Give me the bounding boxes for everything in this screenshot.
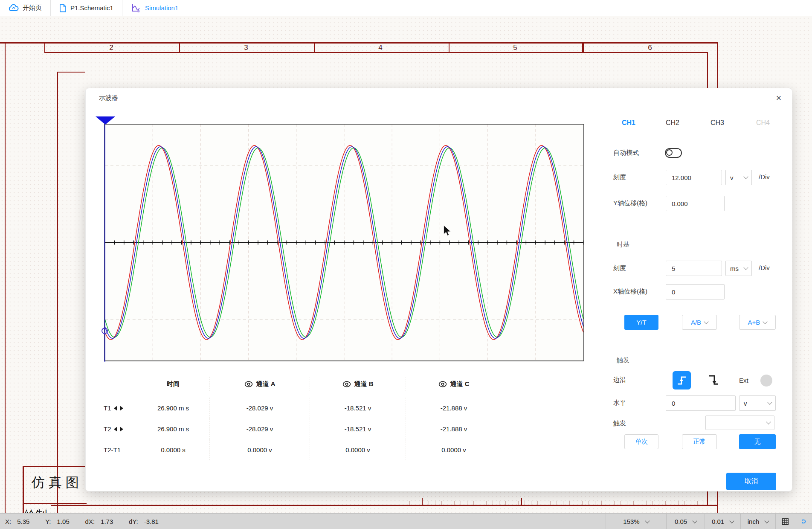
trigger-marker-icon[interactable] [96, 116, 115, 125]
dx-value: 1.73 [101, 518, 123, 525]
document-tabbar: 开始页 P1.Schematic1 S Simulation1 [0, 0, 812, 16]
sheet-column-tick [44, 42, 45, 53]
chevron-down-icon [765, 518, 769, 523]
falling-edge-button[interactable] [707, 373, 722, 388]
apb-mode-button[interactable]: A+B [739, 315, 776, 330]
unit-select[interactable]: inch [740, 514, 775, 529]
sheet-column-number: 3 [244, 44, 248, 52]
title-block-text: 仿真图 [32, 474, 83, 491]
eye-icon[interactable] [244, 381, 253, 387]
chevron-down-icon [766, 419, 771, 424]
no-trigger-button[interactable]: 无 [739, 434, 776, 449]
falling-edge-icon [707, 373, 722, 387]
sheet-bottom-tick [422, 498, 423, 505]
channel-c-label: 通道 C [450, 380, 470, 388]
chevron-down-icon [692, 518, 697, 523]
channel-a-label: 通道 A [256, 380, 276, 388]
t2-channel-c: -21.888 v [406, 419, 502, 439]
scale-label: 刻度 [613, 173, 626, 181]
tab-simulation-label: Simulation1 [145, 4, 178, 12]
sheet-column-number: 2 [109, 44, 113, 52]
title-block-border [23, 466, 24, 513]
delta-time: 0.0000 s [137, 439, 209, 460]
zoom-select[interactable]: 153% [606, 514, 666, 529]
sheet-border-bottom [51, 505, 718, 506]
tab-ch1[interactable]: CH1 [622, 119, 635, 127]
yt-mode-button[interactable]: Y/T [624, 315, 658, 330]
auto-mode-toggle[interactable] [665, 148, 682, 158]
svg-text:S: S [137, 9, 139, 13]
table-row-label: T1 [103, 398, 137, 419]
eye-icon[interactable] [342, 381, 351, 387]
chevron-down-icon [704, 319, 708, 324]
y-value: 1.05 [57, 518, 79, 525]
sheet-column-tick [314, 42, 315, 53]
ext-label: Ext [739, 377, 748, 384]
t2-channel-a: -28.029 v [209, 419, 310, 439]
cursor-left-icon[interactable] [114, 406, 117, 411]
channel-c-header: 通道 C [406, 377, 502, 391]
sheet-column-number: 4 [378, 44, 382, 52]
trigger-position-line[interactable] [104, 125, 105, 362]
waveform-plot-area[interactable] [104, 124, 584, 361]
cancel-button[interactable]: 取消 [726, 473, 776, 490]
tab-ch2[interactable]: CH2 [666, 119, 679, 127]
ext-trigger-radio[interactable] [760, 375, 772, 387]
grid-toggle-button[interactable] [775, 514, 795, 529]
cursor-left-icon[interactable] [114, 427, 117, 432]
tab-simulation[interactable]: S Simulation1 [122, 0, 187, 16]
scale-input[interactable]: 12.000 [666, 170, 722, 185]
normal-trigger-button[interactable]: 正常 [682, 434, 717, 449]
sheet-border-top-outer [0, 42, 718, 44]
chevron-down-icon [743, 265, 748, 270]
app-window: 开始页 P1.Schematic1 S Simulation1 2 3 4 5 … [0, 0, 812, 529]
chevron-down-icon [743, 174, 748, 179]
tab-schematic[interactable]: P1.Schematic1 [51, 0, 122, 16]
timebase-scale-input[interactable]: 5 [666, 261, 722, 276]
tab-home[interactable]: 开始页 [0, 0, 51, 16]
x-offset-input[interactable]: 0 [666, 284, 725, 299]
single-trigger-button[interactable]: 单次 [624, 434, 658, 449]
tab-ch4[interactable]: CH4 [756, 119, 770, 127]
timebase-unit-select[interactable]: ms [725, 261, 752, 276]
sheet-border-top-inner [44, 52, 708, 53]
file-icon [59, 4, 67, 12]
chevron-down-icon [763, 319, 768, 324]
sheet-border-right-outer [717, 42, 718, 88]
ab-mode-button[interactable]: A/B [682, 315, 717, 330]
timebase-scale-label: 刻度 [613, 264, 626, 272]
channel-start-marker[interactable] [102, 328, 108, 334]
tab-ch3[interactable]: CH3 [710, 119, 724, 127]
dx-label: dX: [85, 518, 95, 525]
rising-edge-button[interactable] [673, 371, 691, 389]
eye-icon[interactable] [438, 381, 447, 387]
sheet-border-left-inner [57, 72, 58, 513]
sheet-border-right-outer [717, 491, 718, 513]
snap-magnet-button[interactable] [795, 514, 812, 529]
sheet-column-tick [449, 42, 450, 53]
y-offset-input[interactable]: 0.000 [666, 196, 725, 211]
status-bar: X:5.35 Y:1.05 dX:1.73 dY:-3.81 153% 0.05… [0, 513, 812, 529]
trigger-source-select[interactable] [705, 416, 774, 430]
dy-value: -3.81 [144, 518, 166, 525]
trigger-header: 触发 [617, 356, 629, 364]
grid-size-select[interactable]: 0.05 [666, 514, 705, 529]
simulation-waveform-icon: S [131, 3, 141, 13]
sheet-ruler-ticks [409, 501, 708, 505]
sheet-column-number: 5 [513, 44, 517, 52]
trigger-level-input[interactable]: 0 [666, 395, 736, 411]
cursor-right-icon[interactable] [120, 406, 123, 411]
t2-channel-b: -18.521 v [310, 419, 406, 439]
level-unit-select[interactable]: v [739, 395, 776, 411]
per-div-label: /Div [759, 173, 770, 180]
edge-label: 边沿 [613, 376, 626, 384]
snap-size-select[interactable]: 0.01 [705, 514, 740, 529]
close-icon[interactable]: × [772, 92, 785, 105]
sheet-border-right-inner [707, 52, 708, 88]
t2-time: 26.900 m s [137, 419, 209, 439]
y-offset-label: Y轴位移(格) [613, 199, 647, 207]
scale-unit-select[interactable]: v [725, 170, 752, 185]
sheet-column-tick [179, 42, 180, 53]
cursor-right-icon[interactable] [120, 427, 123, 432]
table-row-label: T2-T1 [103, 439, 137, 460]
